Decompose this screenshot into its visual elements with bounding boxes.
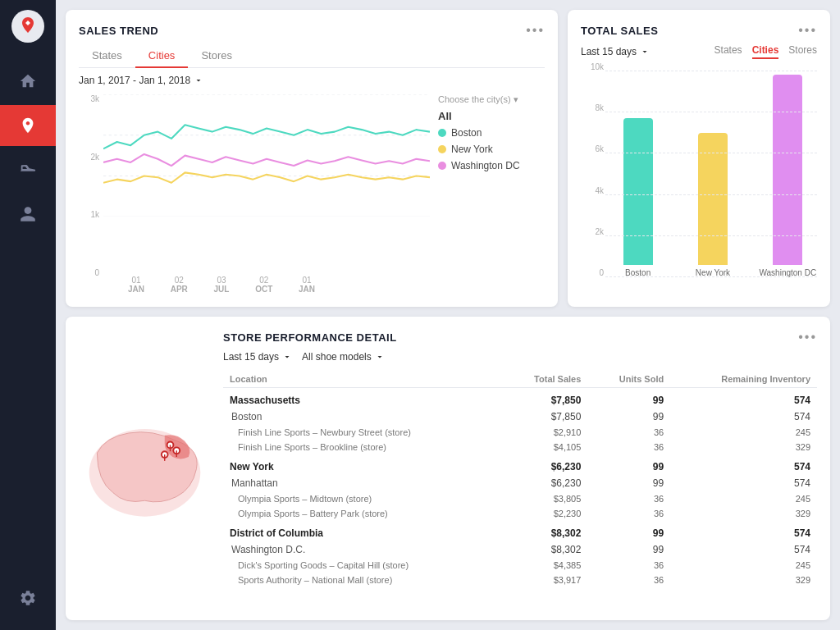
y-label-1k: 1k xyxy=(79,210,99,219)
state-total-sales: $7,850 xyxy=(501,388,587,409)
store-total-sales: $2,230 xyxy=(501,506,587,521)
tab-stores[interactable]: Stores xyxy=(188,44,245,68)
sales-trend-header: SALES TREND ••• xyxy=(79,23,545,38)
store-total-sales: $2,910 xyxy=(501,425,587,440)
line-chart-container: 3k 2k 1k 0 xyxy=(79,94,545,294)
chart-legend: Choose the city(s) ▾ All Boston New York… xyxy=(438,94,545,171)
all-label: All xyxy=(438,110,545,122)
store-units-sold: 36 xyxy=(587,506,670,521)
col-remaining-inv: Remaining Inventory xyxy=(670,371,817,388)
total-sales-menu[interactable]: ••• xyxy=(798,23,817,38)
city-remaining-inv: 574 xyxy=(670,541,817,558)
state-location: District of Columbia xyxy=(223,521,501,541)
table-row: Massachusetts $7,850 99 574 xyxy=(223,388,817,409)
grid-line-4k xyxy=(605,194,817,195)
city-remaining-inv: 574 xyxy=(670,475,817,491)
bar-chart-inner: 10k 8k 6k 4k 2k 0 xyxy=(581,62,817,294)
choose-city-label[interactable]: Choose the city(s) ▾ xyxy=(438,94,545,105)
grid-line-10k xyxy=(605,71,817,71)
table-row: New York $6,230 99 574 xyxy=(223,454,817,475)
legend-boston: Boston xyxy=(438,127,545,139)
store-total-sales: $3,805 xyxy=(501,491,587,506)
table-row: Boston $7,850 99 574 xyxy=(223,409,817,425)
ts-tabs: States Cities Stores xyxy=(714,44,817,59)
store-units-sold: 36 xyxy=(587,573,670,587)
ts-tab-states[interactable]: States xyxy=(714,44,742,59)
city-total-sales: $6,230 xyxy=(501,475,587,491)
col-units-sold: Units Sold xyxy=(587,371,670,388)
state-remaining-inv: 574 xyxy=(670,388,817,409)
top-row: SALES TREND ••• States Cities Stores Jan… xyxy=(66,10,830,307)
sidebar-item-home[interactable] xyxy=(0,61,56,102)
bar-y-4k: 4k xyxy=(581,186,604,195)
tab-cities[interactable]: Cities xyxy=(135,44,189,68)
x-label-oct: 02OCT xyxy=(255,276,272,294)
store-total-sales: $4,105 xyxy=(501,440,587,454)
sp-table-body: Massachusetts $7,850 99 574 Boston $7,85… xyxy=(223,388,817,588)
table-row: Manhattan $6,230 99 574 xyxy=(223,475,817,491)
table-row: Dick's Sporting Goods – Capital Hill (st… xyxy=(223,558,817,573)
ts-tabs-row: Last 15 days States Cities Stores xyxy=(581,44,817,59)
washdc-color-dot xyxy=(438,162,446,170)
chevron-down-icon xyxy=(194,75,203,85)
ts-tab-stores[interactable]: Stores xyxy=(788,44,817,59)
bar-y-10k: 10k xyxy=(581,62,604,71)
sidebar-item-person[interactable] xyxy=(0,194,56,235)
store-remaining-inv: 329 xyxy=(670,573,817,587)
y-label-0: 0 xyxy=(79,268,99,277)
table-row: Finish Line Sports – Brookline (store) $… xyxy=(223,440,817,454)
date-range-label: Jan 1, 2017 - Jan 1, 2018 xyxy=(79,75,190,86)
col-total-sales: Total Sales xyxy=(501,371,587,388)
us-map-svg xyxy=(81,405,208,532)
store-performance-card: STORE PERFORMANCE DETAIL ••• Last 15 day… xyxy=(66,317,830,620)
sidebar xyxy=(0,0,56,630)
store-units-sold: 36 xyxy=(587,491,670,506)
store-location: Dick's Sporting Goods – Capital Hill (st… xyxy=(223,558,501,573)
x-label-jan1: 01JAN xyxy=(128,276,144,294)
legend-newyork: New York xyxy=(438,144,545,155)
store-remaining-inv: 245 xyxy=(670,491,817,506)
store-total-sales: $3,917 xyxy=(501,573,587,587)
sp-menu[interactable]: ••• xyxy=(798,330,817,345)
table-row: Finish Line Sports – Newbury Street (sto… xyxy=(223,425,817,440)
legend-washdc: Washington DC xyxy=(438,160,545,171)
sales-trend-card: SALES TREND ••• States Cities Stores Jan… xyxy=(66,10,558,307)
sp-date-label: Last 15 days xyxy=(223,351,279,363)
sp-date-chevron xyxy=(282,352,292,362)
store-total-sales: $4,385 xyxy=(501,558,587,573)
state-total-sales: $6,230 xyxy=(501,454,587,475)
sp-header-row: STORE PERFORMANCE DETAIL ••• xyxy=(223,330,817,345)
grid-line-2k xyxy=(605,235,817,236)
grid-line-6k xyxy=(605,153,817,153)
bar-y-axis: 10k 8k 6k 4k 2k 0 xyxy=(581,62,604,277)
sidebar-item-shoe[interactable] xyxy=(0,149,56,190)
bar-y-8k: 8k xyxy=(581,103,604,112)
legend-washdc-label: Washington DC xyxy=(451,160,520,171)
bar-y-6k: 6k xyxy=(581,144,604,153)
city-location: Washington D.C. xyxy=(223,541,501,558)
sp-date-filter-btn[interactable]: Last 15 days xyxy=(223,351,292,363)
state-location: Massachusetts xyxy=(223,388,501,409)
sp-shoe-chevron xyxy=(375,352,385,362)
y-label-3k: 3k xyxy=(79,94,99,103)
ts-date-filter[interactable]: Last 15 days xyxy=(581,46,650,57)
sp-title: STORE PERFORMANCE DETAIL xyxy=(223,331,397,344)
date-range-button[interactable]: Jan 1, 2017 - Jan 1, 2018 xyxy=(79,75,203,86)
newyork-color-dot xyxy=(438,145,446,153)
legend-boston-label: Boston xyxy=(451,127,482,139)
main-content: SALES TREND ••• States Cities Stores Jan… xyxy=(56,0,840,630)
store-remaining-inv: 245 xyxy=(670,558,817,573)
city-units-sold: 99 xyxy=(587,409,670,425)
total-sales-title: TOTAL SALES xyxy=(581,25,658,37)
store-units-sold: 36 xyxy=(587,425,670,440)
sidebar-item-settings[interactable] xyxy=(0,578,56,619)
state-units-sold: 99 xyxy=(587,521,670,541)
tab-states[interactable]: States xyxy=(79,44,135,68)
sp-shoe-filter-btn[interactable]: All shoe models xyxy=(302,351,385,363)
x-label-jan2: 01JAN xyxy=(299,276,315,294)
sales-trend-menu[interactable]: ••• xyxy=(526,23,545,38)
bar-chart: 10k 8k 6k 4k 2k 0 xyxy=(581,62,817,294)
grid-line-8k xyxy=(605,112,817,112)
sidebar-item-location[interactable] xyxy=(0,105,56,146)
ts-tab-cities[interactable]: Cities xyxy=(752,44,779,59)
